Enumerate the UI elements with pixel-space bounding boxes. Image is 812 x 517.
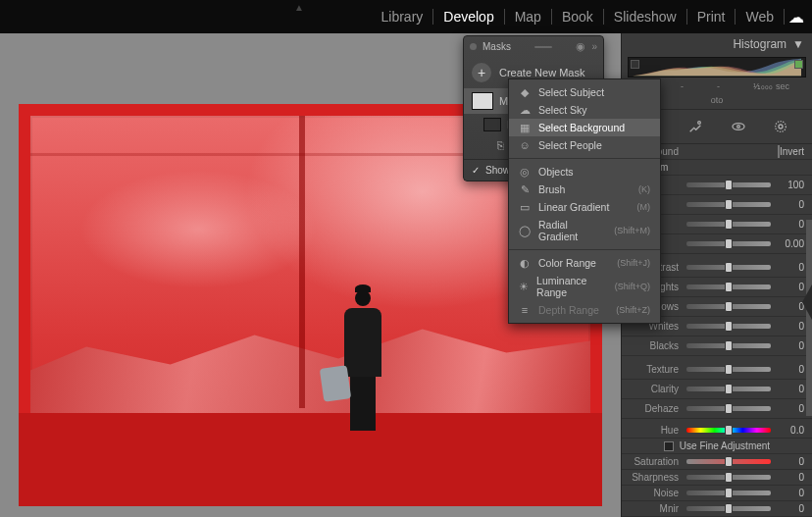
heal-tool-icon[interactable] (685, 116, 706, 137)
Blacks-slider[interactable]: Blacks0 (622, 336, 812, 356)
mask-type-menu: ◆Select Subject ☁Select Sky ▦Select Back… (508, 78, 661, 324)
Clarity-slider[interactable]: Clarity0 (622, 380, 812, 399)
nav-web[interactable]: Web (736, 9, 785, 25)
chevron-down-icon: ▼ (792, 37, 804, 51)
menu-select-people[interactable]: ☺Select People (509, 136, 660, 154)
nav-develop[interactable]: Develop (433, 9, 504, 25)
clip-highlight-icon[interactable] (794, 60, 803, 69)
fine-checkbox[interactable] (664, 441, 674, 451)
menu-luminance-range[interactable]: ☀Luminance Range(Shift+Q) (509, 272, 660, 301)
brush-icon: ✎ (519, 183, 531, 195)
nav-book[interactable]: Book (552, 9, 604, 25)
subject-icon: ◆ (519, 86, 531, 98)
create-mask-label: Create New Mask (499, 67, 584, 78)
radial-icon: ◯ (519, 225, 531, 236)
fine-adjust-row[interactable]: Use Fine Adjustment (622, 439, 812, 454)
mask-thumb-icon (472, 92, 493, 110)
checkmark-icon: ✓ (472, 165, 480, 176)
people-icon: ☺ (519, 139, 531, 151)
menu-select-subject[interactable]: ◆Select Subject (509, 83, 660, 101)
mask-tool-icon[interactable] (770, 116, 791, 137)
nav-library[interactable]: Library (372, 9, 434, 25)
svg-point-2 (736, 126, 739, 129)
plus-icon[interactable]: + (472, 63, 491, 82)
menu-objects[interactable]: ◎Objects (509, 163, 660, 181)
clip-shadow-icon[interactable] (631, 60, 639, 69)
objects-icon: ◎ (519, 166, 531, 178)
color-icon: ◐ (519, 257, 531, 269)
background-icon: ▦ (519, 122, 531, 133)
mask-thumb-icon (483, 118, 501, 131)
hue-slider[interactable]: Hue 0.0 (622, 423, 812, 439)
menu-select-sky[interactable]: ☁Select Sky (509, 101, 660, 119)
nav-print[interactable]: Print (687, 9, 736, 25)
sky-icon: ☁ (519, 104, 531, 116)
menu-select-background[interactable]: ▦Select Background (509, 119, 660, 136)
copy-icon: ⎘ (497, 139, 504, 151)
svg-point-4 (779, 125, 783, 129)
chevron-right-icon[interactable]: » (591, 41, 597, 52)
redeye-tool-icon[interactable] (728, 116, 749, 137)
svg-point-0 (698, 122, 701, 125)
noise-slider[interactable]: Noise 0 (622, 486, 812, 501)
invert-label: Invert (780, 146, 804, 157)
menu-depth-range: ≡Depth Range(Shift+Z) (509, 301, 660, 319)
panel-close-icon[interactable] (470, 43, 477, 50)
subject-person (339, 290, 386, 438)
Texture-slider[interactable]: Texture0 (622, 360, 812, 380)
panel-expand-hint[interactable]: ▲ (294, 2, 304, 13)
menu-brush[interactable]: ✎Brush(K) (509, 181, 660, 198)
moire-slider[interactable]: Mnir 0 (622, 501, 812, 517)
menu-radial-gradient[interactable]: ◯Radial Gradient(Shift+M) (509, 216, 660, 245)
Dehaze-slider[interactable]: Dehaze0 (622, 399, 812, 419)
linear-icon: ▭ (519, 201, 531, 213)
histogram-header[interactable]: Histogram▼ (622, 33, 812, 55)
luminance-icon: ☀ (519, 281, 529, 292)
svg-point-3 (776, 122, 787, 132)
module-nav: Library Develop Map Book Slideshow Print… (0, 0, 812, 33)
cloud-sync-icon[interactable]: ☁ (788, 8, 804, 26)
menu-color-range[interactable]: ◐Color Range(Shift+J) (509, 254, 660, 272)
masks-title: Masks (482, 41, 511, 52)
svg-point-1 (733, 124, 744, 130)
histogram[interactable] (628, 57, 806, 78)
depth-icon: ≡ (519, 304, 531, 316)
menu-linear-gradient[interactable]: ▭Linear Gradient(M) (509, 198, 660, 216)
saturation-slider[interactable]: Saturation 0 (622, 454, 812, 470)
sharpness-slider[interactable]: Sharpness 0 (622, 470, 812, 486)
panel-drag-handle[interactable] (517, 46, 571, 48)
nav-slideshow[interactable]: Slideshow (604, 9, 687, 25)
visibility-icon[interactable]: ◉ (576, 40, 585, 53)
fine-label: Use Fine Adjustment (680, 440, 770, 451)
nav-map[interactable]: Map (505, 9, 552, 25)
